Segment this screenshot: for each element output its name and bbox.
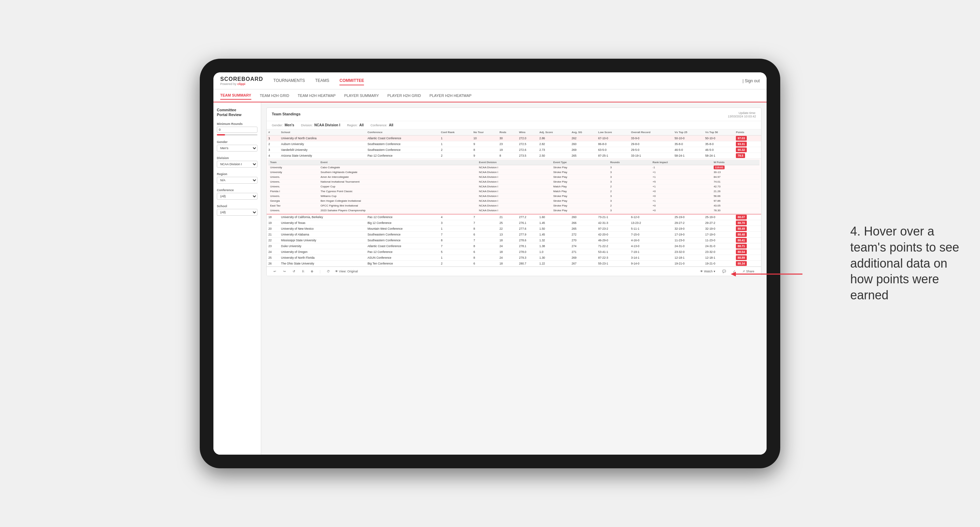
conf-cell: Big 12 Conference — [366, 220, 439, 226]
adj-score-cell: 1.45 — [538, 220, 570, 226]
overall-cell: 4-13-0 — [629, 243, 673, 249]
sign-out-button[interactable]: | Sign out — [743, 78, 760, 83]
points-cell[interactable]: 88.41 — [734, 238, 761, 243]
min-rounds-input[interactable] — [217, 127, 258, 133]
exp-rounds: 2 — [608, 203, 651, 208]
table-row[interactable]: 1 University of North Carolina Atlantic … — [267, 135, 761, 141]
avg-sg-cell: 262 — [570, 135, 597, 141]
overall-cell: 6-12-0 — [629, 214, 673, 220]
rounds-slider[interactable] — [217, 134, 258, 135]
table-row[interactable]: 22 Mississippi State University Southeas… — [267, 238, 761, 243]
sub-nav-team-h2h-grid[interactable]: TEAM H2H GRID — [260, 92, 289, 99]
exp-rounds: 3 — [608, 208, 651, 213]
table-row[interactable]: 21 University of Alabama Southeastern Co… — [267, 232, 761, 238]
exp-rank-impact: +5 — [651, 179, 712, 184]
no-tour-cell: 7 — [472, 238, 498, 243]
conf-rank-cell: 3 — [439, 220, 472, 226]
table-row[interactable]: 19 University of Texas Big 12 Conference… — [267, 220, 761, 226]
points-cell[interactable]: 88.89 — [734, 255, 761, 261]
exp-division: NCAA Division I — [477, 179, 552, 184]
points-cell[interactable]: 88.48 — [734, 232, 761, 238]
table-row[interactable]: 26 The Ohio State University Big Ten Con… — [267, 261, 761, 267]
low-score-cell: 87-25-1 — [597, 153, 629, 159]
wins-cell: 276.1 — [517, 220, 538, 226]
points-cell[interactable]: 88.71 — [734, 243, 761, 249]
copy-button[interactable]: ⎘ — [301, 269, 305, 274]
table-row[interactable]: 3 Vanderbilt University Southeastern Con… — [267, 147, 761, 153]
avg-sg-cell: 274 — [570, 243, 597, 249]
table-row[interactable]: 25 University of North Florida ASUN Conf… — [267, 255, 761, 261]
table-row[interactable]: 2 Auburn University Southeastern Confere… — [267, 141, 761, 147]
points-cell[interactable]: 88.49 — [734, 226, 761, 232]
sub-nav-team-summary[interactable]: TEAM SUMMARY — [220, 92, 251, 100]
exp-event: OFCC Fighting Illini Invitational — [319, 203, 477, 208]
points-cell[interactable]: 79.5 — [734, 153, 761, 159]
redo-button[interactable]: ↪ — [282, 269, 288, 274]
exp-event: National Invitational Tournament — [319, 179, 477, 184]
rank-cell: 22 — [267, 238, 279, 243]
vs25-cell: 23-32-0 — [673, 249, 703, 255]
exp-type: Stroke Play — [552, 175, 608, 179]
undo-button[interactable]: ↩ — [272, 269, 278, 274]
points-cell[interactable]: 90.32 — [734, 147, 761, 153]
exp-rank-impact: +1 — [651, 175, 712, 179]
region-select[interactable]: N/A — [217, 177, 258, 184]
rnds-cell: 24 — [498, 243, 517, 249]
points-cell[interactable]: 97.03 — [734, 135, 761, 141]
table-row[interactable]: 23 Duke University Atlantic Coast Confer… — [267, 243, 761, 249]
table-row[interactable]: 18 University of California, Berkeley Pa… — [267, 214, 761, 220]
vs25-cell: 12-18-1 — [673, 255, 703, 261]
filter-gender-label: Gender: — [272, 124, 283, 127]
nav-teams[interactable]: TEAMS — [315, 76, 329, 85]
wins-cell: 278.1 — [517, 243, 538, 249]
exp-col-points: W Points — [712, 160, 759, 165]
school-select[interactable]: (All) — [217, 209, 258, 216]
expanded-detail-cell: Team Event Event Division Event Type Rou… — [267, 159, 761, 214]
watch-button[interactable]: 👁 Watch ▾ — [698, 269, 717, 274]
table-row[interactable]: 24 University of Oregon Pac-12 Conferenc… — [267, 249, 761, 255]
vs50-cell: 19-21-0 — [703, 261, 734, 267]
rank-cell: 24 — [267, 249, 279, 255]
low-score-cell: 87-22-3 — [597, 255, 629, 261]
sub-nav-player-h2h-heatmap[interactable]: PLAYER H2H HEATMAP — [430, 92, 472, 99]
panel-header: Team Standings Update time: 13/03/2024 1… — [267, 108, 761, 121]
exp-col-rank-impact: Rank Impact — [651, 160, 712, 165]
svg-marker-1 — [731, 272, 736, 276]
exp-event: 2023 Sahalee Players Championship — [319, 208, 477, 213]
exp-type: Stroke Play — [552, 170, 608, 175]
sub-nav-team-h2h-heatmap[interactable]: TEAM H2H HEATMAP — [298, 92, 336, 99]
table-row[interactable]: 20 University of New Mexico Mountain Wes… — [267, 226, 761, 232]
col-school: School — [279, 129, 366, 135]
avg-sg-cell: 271 — [570, 249, 597, 255]
rnds-cell: 23 — [498, 141, 517, 147]
sub-nav-player-summary[interactable]: PLAYER SUMMARY — [344, 92, 379, 99]
avg-sg-cell: 269 — [570, 255, 597, 261]
wins-cell: 278.6 — [517, 238, 538, 243]
low-score-cell: 46-29-0 — [597, 238, 629, 243]
points-cell[interactable]: 93.31 — [734, 141, 761, 147]
table-wrapper[interactable]: # School Conference Conf Rank No Tour Rn… — [267, 129, 761, 267]
avg-sg-cell: 265 — [570, 226, 597, 232]
points-cell[interactable]: 88.70 — [734, 220, 761, 226]
conf-rank-cell: 1 — [439, 135, 472, 141]
nav-committee[interactable]: COMMITTEE — [339, 76, 364, 85]
points-cell[interactable]: 88.54 — [734, 249, 761, 255]
exp-division: NCAA Division I — [477, 184, 552, 189]
points-cell[interactable]: 88.07 — [734, 214, 761, 220]
sub-nav-player-h2h-grid[interactable]: PLAYER H2H GRID — [388, 92, 421, 99]
comment-button[interactable]: 💬 — [721, 269, 728, 274]
school-cell: University of Alabama — [279, 232, 366, 238]
sub-nav: TEAM SUMMARY TEAM H2H GRID TEAM H2H HEAT… — [213, 89, 767, 102]
nav-tournaments[interactable]: TOURNAMENTS — [274, 76, 305, 85]
gender-select[interactable]: Men's Women's — [217, 145, 258, 152]
reset-button[interactable]: ↺ — [291, 269, 297, 274]
filter-region: Region: All — [347, 123, 364, 127]
timer-button[interactable]: ⏱ — [325, 269, 332, 274]
paste-button[interactable]: ⊕ — [309, 269, 315, 274]
points-cell[interactable]: 88.34 — [734, 261, 761, 267]
view-label[interactable]: 👁 View: Original — [335, 270, 358, 273]
conference-select[interactable]: (All) — [217, 193, 258, 200]
division-select[interactable]: NCAA Division I — [217, 161, 258, 168]
table-row[interactable]: 4 Arizona State University Pac-12 Confer… — [267, 153, 761, 159]
filter-region-value: All — [359, 123, 364, 127]
